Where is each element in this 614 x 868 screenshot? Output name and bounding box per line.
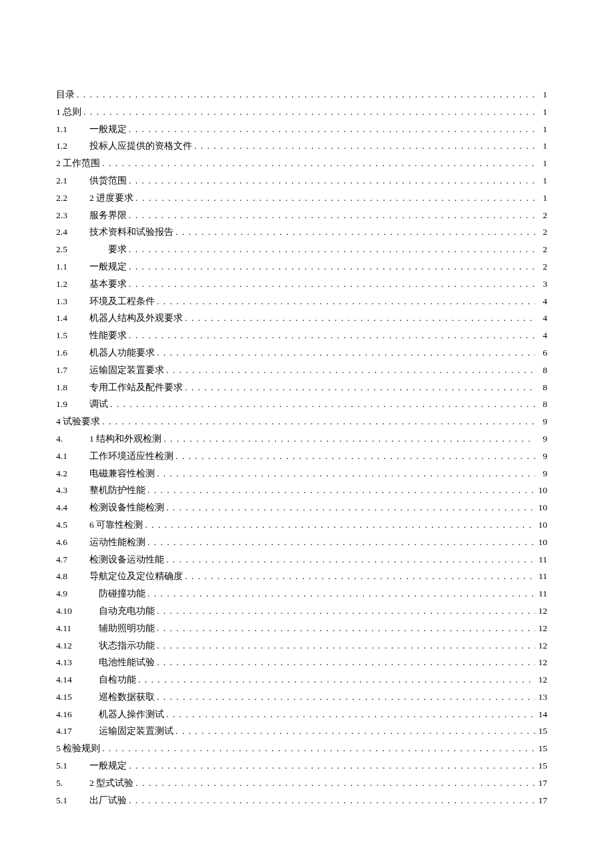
toc-entry-page: 2 [535, 262, 547, 272]
toc-leader-dots [127, 761, 535, 771]
toc-entry-title: 2 工作范围 [56, 159, 100, 168]
toc-entry-page: 9 [535, 452, 547, 461]
toc-entry-number: 4.13 [56, 658, 89, 667]
toc-entry-title: 辅助照明功能 [89, 624, 155, 633]
toc-entry: 1.9调试8 [56, 400, 547, 409]
toc-entry-number: 4.11 [56, 624, 89, 633]
toc-entry-page: 10 [535, 538, 547, 547]
toc-entry-page: 15 [535, 744, 547, 753]
toc-entry: 1.3环境及工程条件4 [56, 297, 547, 306]
toc-entry-page: 12 [535, 641, 547, 650]
toc-entry-title: 服务界限 [89, 211, 127, 220]
toc-entry-title: 运动性能检测 [89, 538, 145, 547]
toc-entry-number: 4.8 [56, 572, 89, 581]
toc-entry-page: 2 [535, 211, 547, 220]
toc-entry-page: 1 [535, 90, 547, 99]
toc-entry: 4.10 自动充电功能12 [56, 606, 547, 616]
toc-leader-dots [127, 211, 535, 220]
toc-entry-page: 12 [535, 658, 547, 667]
toc-leader-dots [127, 262, 535, 272]
toc-entry-page: 9 [535, 469, 547, 478]
toc-entry-title: 巡检数据获取 [89, 693, 155, 702]
toc-entry: 1.6机器人功能要求6 [56, 348, 547, 358]
toc-entry-page: 8 [535, 366, 547, 375]
toc-entry-title: 检测设备性能检测 [89, 503, 164, 512]
toc-entry-title: 2 型式试验 [89, 779, 133, 788]
toc-entry-number: 4.7 [56, 555, 89, 564]
toc-leader-dots [155, 641, 535, 650]
toc-leader-dots [183, 383, 535, 392]
toc-entry-page: 6 [535, 348, 547, 358]
toc-entry-number: 5. [56, 779, 89, 788]
toc-entry: 2 工作范围1 [56, 159, 547, 168]
toc-entry: 1.2投标人应提供的资格文件1 [56, 141, 547, 151]
toc-entry: 1.8专用工作站及配件要求8 [56, 383, 547, 392]
toc-entry-title: 整机防护性能 [89, 486, 145, 495]
toc-entry-page: 2 [535, 245, 547, 254]
toc-entry-page: 1 [535, 159, 547, 168]
toc-leader-dots [100, 417, 535, 426]
toc-entry-number: 2.2 [56, 193, 89, 203]
toc-entry-page: 14 [535, 710, 547, 719]
toc-entry-number: 1.6 [56, 348, 89, 358]
toc-entry: 1.5性能要求4 [56, 331, 547, 340]
toc-entry-number: 5.1 [56, 796, 89, 805]
toc-entry: 4.11 辅助照明功能12 [56, 624, 547, 633]
toc-entry-page: 12 [535, 606, 547, 616]
toc-entry: 1 总则1 [56, 107, 547, 117]
toc-entry-title: 目录 [56, 90, 75, 99]
toc-entry-page: 8 [535, 383, 547, 392]
toc-entry-page: 8 [535, 400, 547, 409]
toc-entry-title: 一般规定 [89, 262, 127, 272]
toc-entry-title: 供货范围 [89, 176, 127, 185]
toc-entry-title: 电磁兼容性检测 [89, 469, 155, 478]
toc-entry-title: 状态指示功能 [89, 641, 155, 650]
toc-entry: 1.7运输固定装置要求8 [56, 366, 547, 375]
toc-entry: 1.1一般规定2 [56, 262, 547, 272]
toc-entry: 4.8导航定位及定位精确度11 [56, 572, 547, 581]
toc-leader-dots [155, 624, 535, 633]
toc-entry-page: 2 [535, 228, 547, 237]
toc-leader-dots [145, 589, 535, 598]
toc-leader-dots [162, 434, 535, 444]
toc-leader-dots [174, 228, 535, 237]
toc-entry-title: 专用工作站及配件要求 [89, 383, 183, 392]
toc-entry-title: 1 结构和外观检测 [89, 434, 162, 444]
toc-entry: 5 检验规则15 [56, 744, 547, 753]
toc-entry: 2.1供货范围1 [56, 176, 547, 185]
toc-entry-page: 10 [535, 486, 547, 495]
toc-entry-title: 导航定位及定位精确度 [89, 572, 183, 581]
toc-entry-title: 运输固定装置测试 [89, 727, 174, 736]
toc-entry-title: 投标人应提供的资格文件 [89, 141, 192, 151]
toc-entry-number: 5.1 [56, 761, 89, 771]
toc-entry-page: 11 [535, 555, 547, 564]
toc-leader-dots [192, 141, 535, 151]
toc-entry-number: 1.2 [56, 280, 89, 289]
toc-entry-number: 4.9 [56, 589, 89, 598]
toc-entry-page: 12 [535, 624, 547, 633]
toc-leader-dots [174, 452, 535, 461]
toc-entry-number: 1.9 [56, 400, 89, 409]
toc-entry-number: 4.1 [56, 452, 89, 461]
toc-entry-number: 4.16 [56, 710, 89, 719]
toc-entry: 2.22 进度要求1 [56, 193, 547, 203]
toc-entry-title: 运输固定装置要求 [89, 366, 164, 375]
toc-leader-dots [81, 107, 535, 117]
toc-entry-title: 基本要求 [89, 280, 127, 289]
toc-entry-title: 2 进度要求 [89, 193, 133, 203]
toc-entry-number: 4.4 [56, 503, 89, 512]
toc-entry-number: 4.12 [56, 641, 89, 650]
toc-entry: 4 试验要求9 [56, 417, 547, 426]
toc-leader-dots [108, 400, 535, 409]
toc-entry-page: 15 [535, 761, 547, 771]
toc-entry-number: 4.17 [56, 727, 89, 736]
toc-leader-dots [75, 90, 535, 99]
toc-entry: 4.17 运输固定装置测试15 [56, 727, 547, 736]
toc-leader-dots [127, 125, 535, 134]
toc-leader-dots [145, 538, 535, 547]
toc-leader-dots [183, 572, 535, 581]
toc-entry-page: 15 [535, 727, 547, 736]
toc-entry: 4.4检测设备性能检测10 [56, 503, 547, 512]
toc-entry: 4.12 状态指示功能12 [56, 641, 547, 650]
toc-entry-number: 4.3 [56, 486, 89, 495]
